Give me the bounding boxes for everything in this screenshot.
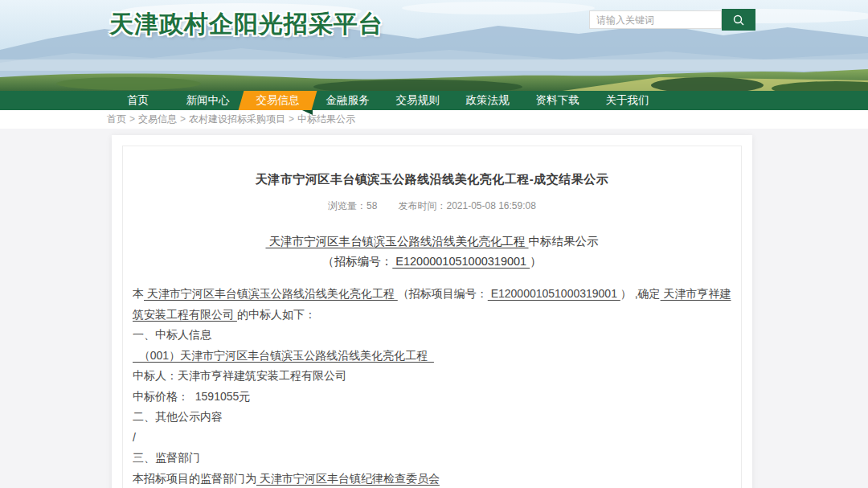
text-segment: 本招标项目的监督部门为 — [133, 472, 256, 485]
page: 天津政村企阳光招采平台 首页新闻中心交易信息金融服务交易规则政策法规资料下载关于… — [0, 0, 868, 488]
text-segment: 本 — [133, 287, 144, 300]
breadcrumb-item[interactable]: 交易信息 — [138, 113, 177, 125]
notice-line: 三、监督部门 — [133, 448, 731, 469]
notice-line: （001）天津市宁河区丰台镇滨玉公路线沿线美化亮化工程 — [133, 346, 731, 367]
notice-card: 天津市宁河区丰台镇滨玉公路线沿线美化亮化工程-成交结果公示 浏览量：58发布时间… — [112, 135, 752, 488]
nav-item-policies[interactable]: 政策法规 — [452, 91, 522, 110]
text-segment: / — [133, 431, 136, 444]
breadcrumb: 首页>交易信息>农村建设招标采购项目>中标结果公示 — [0, 110, 868, 129]
text-segment: ） ,确定 — [620, 287, 661, 300]
site-header: 天津政村企阳光招采平台 — [0, 0, 868, 91]
text-segment: 一、中标人信息 — [133, 328, 211, 341]
notice-line: 天津市宁河区丰台镇滨玉公路线沿线美化亮化工程 中标结果公示 — [133, 232, 731, 252]
text-segment: 中标结果公示 — [529, 235, 599, 248]
notice-line: 一、中标人信息 — [133, 325, 731, 346]
nav-item-trade-rules[interactable]: 交易规则 — [383, 91, 452, 110]
nav-item-label: 新闻中心 — [186, 94, 230, 106]
notice-line: / — [133, 428, 731, 449]
text-segment: 二、其他公示内容 — [133, 410, 223, 423]
notice-title: 天津市宁河区丰台镇滨玉公路线沿线美化亮化工程-成交结果公示 — [133, 172, 731, 187]
text-segment: ） — [530, 255, 542, 268]
breadcrumb-separator: > — [180, 113, 186, 125]
underlined-field: 天津市宁河区丰台镇纪律检查委员会 — [256, 472, 440, 485]
nav-item-label: 资料下载 — [536, 94, 579, 106]
notice-body: 本 天津市宁河区丰台镇滨玉公路线沿线美化亮化工程 （招标项目编号： E12000… — [133, 284, 731, 488]
breadcrumb-separator: > — [289, 113, 294, 125]
notice-line: 中标人：天津市亨祥建筑安装工程有限公司 — [133, 366, 731, 387]
content-area: 天津市宁河区丰台镇滨玉公路线沿线美化亮化工程-成交结果公示 浏览量：58发布时间… — [0, 129, 868, 488]
underlined-field: E1200001051000319001 — [488, 287, 620, 300]
search-icon — [732, 14, 745, 27]
nav-item-news-center[interactable]: 新闻中心 — [173, 91, 243, 110]
nav-item-downloads[interactable]: 资料下载 — [522, 91, 592, 110]
nav-item-label: 政策法规 — [466, 94, 510, 106]
nav-item-label: 交易规则 — [396, 94, 440, 106]
breadcrumb-item: 中标结果公示 — [297, 113, 355, 125]
nav-item-label: 首页 — [127, 94, 149, 106]
text-segment: （招标项目编号： — [398, 287, 488, 300]
views-value: 58 — [366, 200, 377, 211]
underlined-field: 天津市宁河区丰台镇滨玉公路线沿线美化亮化工程 — [265, 235, 528, 248]
nav-item-about-us[interactable]: 关于我们 — [592, 91, 662, 110]
breadcrumb-item[interactable]: 首页 — [107, 113, 126, 125]
notice-line: 中标价格： 1591055元 — [133, 387, 731, 408]
text-segment: 中标人：天津市亨祥建筑安装工程有限公司 — [133, 369, 346, 382]
nav-item-financial-services[interactable]: 金融服务 — [313, 91, 383, 110]
text-segment: 中标价格： 1591055元 — [133, 390, 250, 403]
breadcrumb-separator: > — [129, 113, 135, 125]
main-nav: 首页新闻中心交易信息金融服务交易规则政策法规资料下载关于我们 — [0, 91, 868, 110]
underlined-field: E1200001051000319001 — [392, 255, 530, 268]
breadcrumb-item[interactable]: 农村建设招标采购项目 — [189, 113, 285, 125]
publish-time-label: 发布时间： — [398, 200, 446, 211]
notice-line: 本招标项目的监督部门为 天津市宁河区丰台镇纪律检查委员会 — [133, 469, 731, 488]
search-button[interactable] — [722, 9, 755, 31]
nav-item-label: 金融服务 — [326, 94, 370, 106]
nav-item-label: 关于我们 — [606, 94, 649, 106]
site-title: 天津政村企阳光招采平台 — [109, 8, 383, 41]
nav-item-label: 交易信息 — [256, 94, 300, 106]
views-label: 浏览量： — [328, 200, 366, 211]
text-segment: （招标编号： — [322, 255, 392, 268]
notice-line: 二、其他公示内容 — [133, 407, 731, 428]
text-segment: 三、监督部门 — [133, 451, 200, 464]
search-input[interactable] — [589, 10, 722, 29]
notice-line: （招标编号： E1200001051000319001 ） — [133, 252, 731, 272]
underlined-field: （001）天津市宁河区丰台镇滨玉公路线沿线美化亮化工程 — [133, 349, 434, 362]
publish-time-value: 2021-05-08 16:59:08 — [446, 200, 535, 211]
notice-meta: 浏览量：58发布时间：2021-05-08 16:59:08 — [133, 199, 731, 213]
main-nav-items: 首页新闻中心交易信息金融服务交易规则政策法规资料下载关于我们 — [103, 91, 662, 110]
notice-line: 本 天津市宁河区丰台镇滨玉公路线沿线美化亮化工程 （招标项目编号： E12000… — [133, 284, 731, 325]
search-bar — [589, 9, 755, 31]
nav-item-home[interactable]: 首页 — [103, 91, 173, 110]
underlined-field: 天津市宁河区丰台镇滨玉公路线沿线美化亮化工程 — [144, 287, 398, 300]
text-segment: 的中标人如下： — [237, 308, 316, 321]
nav-item-trade-info[interactable]: 交易信息 — [243, 91, 313, 110]
notice-card-inner: 天津市宁河区丰台镇滨玉公路线沿线美化亮化工程-成交结果公示 浏览量：58发布时间… — [122, 146, 742, 488]
notice-heading-lines: 天津市宁河区丰台镇滨玉公路线沿线美化亮化工程 中标结果公示（招标编号： E120… — [133, 232, 731, 272]
